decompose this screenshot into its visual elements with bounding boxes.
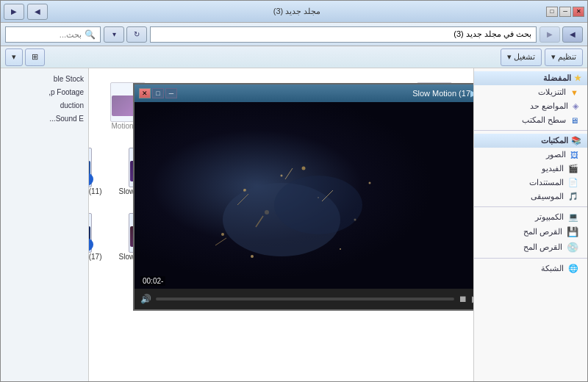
- library-icon: 📚: [571, 136, 581, 145]
- videos-icon: 🎬: [568, 164, 578, 173]
- sidebar-divider-1: [474, 130, 587, 131]
- right-panel-item-3: duction: [5, 101, 84, 111]
- video-stop-button[interactable]: ⏹: [459, 294, 467, 304]
- sidebar-item-videos[interactable]: 🎬 الفيديو: [474, 162, 587, 176]
- libraries-label: المكتبات: [541, 136, 568, 145]
- sidebar-item-music[interactable]: 🎵 الموسيقى: [474, 190, 587, 203]
- computer-icon: 💻: [568, 212, 578, 222]
- maximize-button[interactable]: □: [546, 7, 558, 17]
- svg-point-12: [274, 176, 362, 234]
- view-button[interactable]: ⊞: [25, 48, 45, 66]
- file-label: Slow Motion (11): [89, 187, 102, 195]
- drive-d-label: القرص المح: [523, 242, 562, 252]
- sidebar-item-documents[interactable]: 📄 المستندات: [474, 176, 587, 190]
- title-bar: ✕ ─ □ مجلد جديد (3) ◀ ▶: [1, 1, 587, 23]
- list-item[interactable]: ♪ Slow Motion (17): [89, 205, 107, 266]
- svg-point-5: [221, 233, 224, 236]
- video-close-btn[interactable]: ✕: [139, 88, 151, 98]
- video-play-button[interactable]: ▶: [472, 294, 473, 304]
- organize-button[interactable]: تنظيم ▾: [545, 48, 583, 66]
- video-maximize-btn[interactable]: □: [152, 88, 164, 98]
- videos-label: الفيديو: [542, 164, 564, 173]
- sidebar-item-desktop[interactable]: 🖥 سطح المكتب: [474, 113, 587, 127]
- sidebar-divider-2: [474, 206, 587, 207]
- video-particles-svg: [135, 102, 473, 289]
- star-icon: ★: [574, 73, 581, 83]
- video-titlebar: ▶ Slow Motion (17 ─ □ ✕: [135, 84, 473, 102]
- documents-icon: 📄: [568, 178, 578, 187]
- video-minimize-btn[interactable]: ─: [165, 88, 177, 98]
- open-label: تشغيل: [514, 52, 535, 62]
- network-icon: 🌐: [568, 264, 578, 273]
- content-area: ★ المفضلة ▼ التنزيلات ◈ المواضع حد 🖥 سطح…: [1, 68, 587, 381]
- recent-label: المواضع حد: [530, 101, 568, 111]
- right-panel-item-1: ble Stock: [5, 74, 84, 84]
- video-volume-button[interactable]: 🔊: [140, 294, 151, 304]
- file-icon: ♪: [89, 143, 95, 187]
- drive-c-icon: 💾: [567, 226, 578, 237]
- file-icon: ♪: [89, 209, 95, 253]
- forward-button[interactable]: ▶: [4, 4, 24, 20]
- video-expand-button[interactable]: ⤢: [473, 278, 473, 286]
- video-timecode: -00:02: [140, 276, 165, 286]
- window-title: مجلد جديد (3): [48, 7, 546, 16]
- drive-c-label: القرص المح: [523, 227, 562, 237]
- desktop-label: سطح المكتب: [522, 115, 566, 125]
- svg-point-8: [340, 248, 341, 250]
- video-player: ▶ Slow Motion (17 ─ □ ✕: [133, 83, 473, 311]
- dropdown-button[interactable]: ▾: [104, 26, 124, 43]
- window-controls: ✕ ─ □: [546, 7, 584, 17]
- sidebar-item-pictures[interactable]: 🖼 الصور: [474, 148, 587, 162]
- svg-point-10: [369, 182, 371, 184]
- nav-forward[interactable]: ▶: [539, 26, 560, 43]
- libraries-section: 📚 المكتبات 🖼 الصور 🎬 الفيديو 📄 المستندات…: [474, 134, 587, 203]
- video-title: Slow Motion (17: [177, 89, 470, 98]
- file-label: Slow Motion (17): [89, 253, 102, 261]
- drive-d-icon: 💿: [567, 242, 578, 253]
- nav-back[interactable]: ◀: [562, 26, 583, 43]
- favorites-section: ★ المفضلة ▼ التنزيلات ◈ المواضع حد 🖥 سطح…: [474, 71, 587, 127]
- desktop-icon: 🖥: [570, 116, 578, 125]
- music-label: الموسيقى: [531, 192, 564, 201]
- play-icon: ▶: [470, 88, 473, 98]
- list-item[interactable]: ♪ Slow Motion (11): [89, 140, 107, 199]
- organize-label: تنظيم: [558, 52, 576, 62]
- right-panel-item-4: Sound E...: [5, 114, 84, 124]
- open-arrow: ▾: [507, 52, 512, 62]
- search-input[interactable]: [23, 30, 82, 39]
- file-area: ♪ Slow Motion ( ♪ Motion (5): [89, 68, 473, 381]
- music-icon: 🎵: [568, 192, 578, 201]
- sidebar-item-drive-c[interactable]: 💾 القرص المح: [474, 224, 587, 239]
- computer-section: 💻 الكمبيوتر 💾 القرص المح 💿 القرص المح: [474, 210, 587, 255]
- sidebar-item-computer[interactable]: 💻 الكمبيوتر: [474, 210, 587, 224]
- favorites-header: ★ المفضلة: [474, 71, 587, 85]
- svg-point-7: [302, 167, 306, 170]
- sidebar-item-network[interactable]: 🌐 الشبكة: [474, 262, 587, 275]
- network-label: الشبكة: [541, 264, 564, 273]
- video-frame: -00:02 ⤢: [135, 102, 473, 289]
- sidebar-item-recent[interactable]: ◈ المواضع حد: [474, 99, 587, 113]
- address-bar: ◀ ▶ ↻ ▾ 🔍: [1, 23, 587, 46]
- toolbar: تنظيم ▾ تشغيل ▾ ⊞ ▾: [1, 46, 587, 68]
- address-input[interactable]: [150, 26, 537, 43]
- back-button[interactable]: ◀: [27, 4, 48, 20]
- video-content: -00:02 ⤢: [135, 102, 473, 289]
- sidebar-item-drive-d[interactable]: 💿 القرص المح: [474, 239, 587, 255]
- open-button[interactable]: تشغيل ▾: [501, 48, 542, 66]
- sidebar-item-downloads[interactable]: ▼ التنزيلات: [474, 85, 587, 99]
- downloads-label: التنزيلات: [538, 87, 566, 97]
- downloads-icon: ▼: [570, 88, 578, 97]
- organize-arrow: ▾: [551, 52, 556, 62]
- recent-icon: ◈: [573, 101, 578, 111]
- video-controls-bar: ▶ ⏹ 🔊: [135, 289, 473, 309]
- libraries-header: 📚 المكتبات: [474, 134, 587, 148]
- close-button[interactable]: ✕: [573, 7, 584, 17]
- minimize-button[interactable]: ─: [559, 7, 571, 17]
- view-arrow[interactable]: ▾: [5, 48, 23, 66]
- pictures-label: الصور: [546, 150, 566, 159]
- title-bar-left: ✕ ─ □: [546, 7, 584, 17]
- pictures-icon: 🖼: [570, 151, 578, 159]
- video-progress-bar[interactable]: [156, 298, 454, 300]
- search-box[interactable]: 🔍: [5, 26, 101, 43]
- refresh-button[interactable]: ↻: [126, 26, 147, 43]
